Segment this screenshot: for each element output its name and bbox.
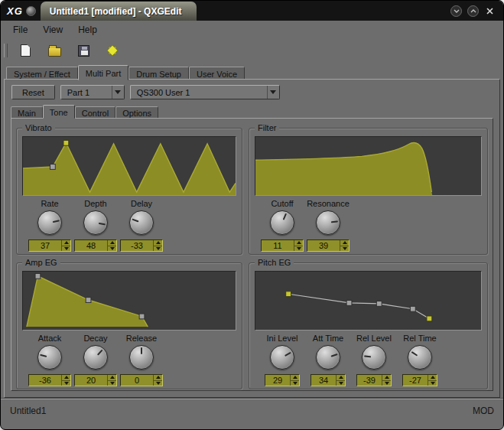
spin-up-button[interactable]: [108, 240, 116, 246]
vibrato-graph[interactable]: [22, 136, 236, 196]
spin-value[interactable]: 39: [307, 240, 340, 251]
tab-system-effect[interactable]: System / Effect: [6, 67, 78, 80]
envelope-handle[interactable]: [50, 165, 55, 170]
spin-up-button[interactable]: [340, 240, 349, 246]
new-file-button[interactable]: [17, 42, 34, 59]
spin-value[interactable]: -27: [403, 375, 428, 386]
resonance-knob[interactable]: [316, 210, 340, 235]
spin-value[interactable]: 29: [265, 375, 290, 386]
param-label: Attack: [38, 334, 62, 343]
ini-level-knob[interactable]: [270, 345, 294, 370]
release-knob[interactable]: [129, 345, 154, 370]
delay-knob[interactable]: [129, 210, 154, 235]
rel-time-knob[interactable]: [408, 345, 432, 370]
menu-help[interactable]: Help: [70, 22, 105, 37]
envelope-handle[interactable]: [376, 301, 382, 306]
spin-value[interactable]: 0: [121, 375, 153, 386]
envelope-handle-active[interactable]: [63, 140, 69, 145]
amp-eg-graph[interactable]: [22, 271, 236, 331]
spin-value[interactable]: 34: [311, 375, 336, 386]
spin-up-button[interactable]: [428, 375, 437, 381]
subtab-control[interactable]: Control: [75, 106, 115, 119]
open-file-button[interactable]: [46, 42, 63, 59]
subtab-tone[interactable]: Tone: [43, 105, 75, 119]
spin-down-button[interactable]: [340, 246, 349, 252]
envelope-handle-active[interactable]: [286, 292, 291, 297]
spin-value[interactable]: 20: [75, 375, 107, 386]
att-time-knob[interactable]: [316, 345, 340, 370]
title-tab[interactable]: Untitled1 [modified] - QXGEdit: [41, 2, 197, 21]
knob-pointer: [330, 353, 337, 357]
filter-graph[interactable]: [255, 136, 482, 196]
envelope-handle[interactable]: [346, 301, 352, 306]
spin-arrows: [153, 240, 162, 251]
envelope-handle[interactable]: [35, 273, 41, 279]
app-icon[interactable]: [26, 6, 36, 16]
part-value: Part 1: [61, 88, 112, 97]
envelope-handle-active[interactable]: [427, 316, 432, 321]
envelope-handle[interactable]: [139, 314, 145, 319]
spin-down-button[interactable]: [291, 381, 299, 386]
spin-down-button[interactable]: [62, 246, 70, 252]
spin-up-button[interactable]: [62, 375, 70, 381]
spin-down-button[interactable]: [294, 246, 303, 252]
titlebar[interactable]: XG Untitled1 [modified] - QXGEdit: [1, 1, 503, 21]
spin-down-button[interactable]: [108, 246, 116, 252]
reset-button[interactable]: Reset: [11, 85, 55, 99]
spin-down-button[interactable]: [154, 381, 162, 386]
toolbar-handle[interactable]: [4, 44, 8, 57]
shade-button[interactable]: [450, 5, 462, 17]
spin-up-button[interactable]: [62, 240, 70, 246]
menu-file[interactable]: File: [5, 22, 35, 37]
spin-down-button[interactable]: [62, 381, 70, 386]
param-rate: Rate 37: [27, 199, 73, 252]
tab-user-voice[interactable]: User Voice: [189, 67, 245, 80]
subtab-options[interactable]: Options: [115, 106, 158, 119]
close-button[interactable]: [484, 5, 496, 17]
decay-knob[interactable]: [83, 345, 108, 370]
cutoff-knob[interactable]: [270, 210, 294, 235]
subtab-main[interactable]: Main: [11, 106, 43, 119]
spin-value[interactable]: -36: [29, 375, 61, 386]
rel-level-knob[interactable]: [362, 345, 386, 370]
pitch-eg-graph[interactable]: [255, 271, 482, 331]
spin-arrows: [153, 375, 162, 386]
spin-up-button[interactable]: [108, 375, 116, 381]
xg-logo: XG: [7, 5, 23, 17]
user-voice-button[interactable]: [104, 42, 121, 59]
part-combobox[interactable]: Part 1: [60, 85, 125, 99]
spin-down-button[interactable]: [382, 381, 391, 386]
attack-knob[interactable]: [37, 345, 62, 370]
depth-knob[interactable]: [83, 210, 108, 235]
arrow-down-icon: [110, 382, 115, 385]
spin-value[interactable]: 11: [262, 240, 294, 251]
spin-up-button[interactable]: [294, 240, 303, 246]
spin-up-button[interactable]: [154, 240, 162, 246]
voice-combobox[interactable]: QS300 User 1: [130, 85, 280, 99]
spin-up-button[interactable]: [382, 375, 391, 381]
combo-arrow[interactable]: [112, 86, 124, 99]
spin-value[interactable]: -39: [357, 375, 382, 386]
spin-value[interactable]: -33: [121, 240, 153, 251]
combo-arrow[interactable]: [267, 86, 279, 99]
save-file-button[interactable]: [75, 42, 92, 59]
spin-value[interactable]: 48: [75, 240, 107, 251]
spin-up-button[interactable]: [291, 375, 299, 381]
spin-value[interactable]: 37: [29, 240, 61, 251]
unshade-button[interactable]: [467, 5, 479, 17]
envelope-handle[interactable]: [86, 298, 91, 303]
tab-multi-part[interactable]: Multi Part: [78, 65, 128, 80]
spin-up-button[interactable]: [154, 375, 162, 381]
close-icon: [486, 8, 493, 15]
menu-view[interactable]: View: [35, 22, 70, 37]
envelope-handle[interactable]: [410, 306, 415, 311]
spin-down-button[interactable]: [428, 381, 437, 386]
tab-drum-setup[interactable]: Drum Setup: [128, 67, 189, 80]
spin-up-button[interactable]: [337, 375, 345, 381]
spin-down-button[interactable]: [337, 381, 345, 386]
rate-knob[interactable]: [37, 210, 62, 235]
spin-down-button[interactable]: [154, 246, 162, 252]
knob-pointer: [285, 352, 291, 357]
spin-down-button[interactable]: [108, 381, 116, 386]
arrow-up-icon: [110, 241, 115, 244]
